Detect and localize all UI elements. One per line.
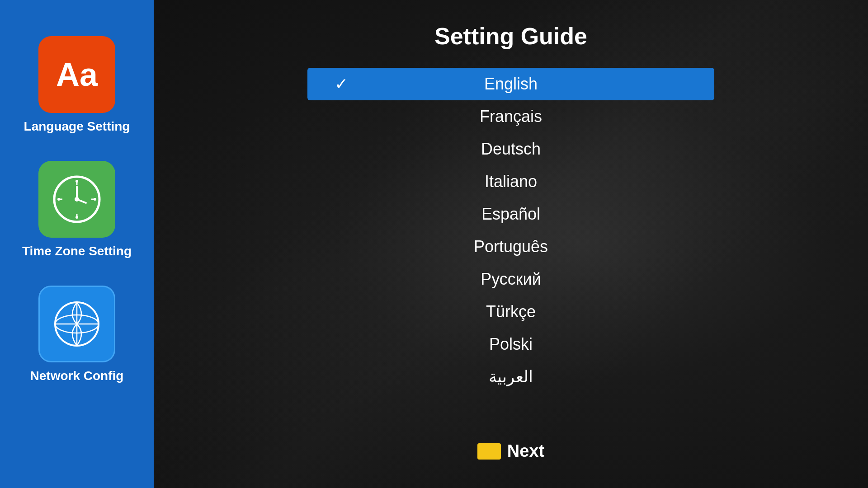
language-option-arabic[interactable]: العربية — [307, 361, 714, 393]
language-label-polish: Polski — [489, 335, 533, 354]
language-label-russian: Русский — [481, 270, 541, 289]
language-label-english: English — [484, 75, 538, 94]
language-label-espanol: Español — [481, 205, 540, 224]
language-aa-icon: Aa — [52, 54, 102, 95]
language-label-arabic: العربية — [489, 367, 533, 386]
language-label-francais: Français — [480, 107, 542, 126]
globe-icon — [50, 297, 104, 351]
sidebar-item-language[interactable]: Aa Language Setting — [24, 36, 130, 134]
svg-point-10 — [94, 198, 96, 201]
page-title: Setting Guide — [434, 23, 587, 50]
language-option-polish[interactable]: Polski — [307, 328, 714, 361]
language-option-english[interactable]: ✓ English — [307, 68, 714, 100]
svg-text:Aa: Aa — [56, 56, 98, 93]
language-list: ✓ English Français Deutsch Italiano Espa… — [307, 68, 714, 393]
next-label: Next — [507, 441, 544, 461]
svg-point-8 — [75, 197, 79, 202]
sidebar-item-timezone[interactable]: Time Zone Setting — [22, 161, 132, 258]
svg-point-12 — [57, 198, 60, 201]
language-option-russian[interactable]: Русский — [307, 263, 714, 296]
next-button[interactable]: Next — [477, 441, 544, 461]
yellow-button-icon — [477, 443, 501, 460]
language-option-turkish[interactable]: Türkçe — [307, 296, 714, 328]
language-setting-label: Language Setting — [24, 119, 130, 134]
language-label-turkish: Türkçe — [486, 302, 536, 321]
sidebar-item-network[interactable]: Network Config — [30, 286, 124, 383]
language-label-deutsch: Deutsch — [481, 140, 541, 159]
language-icon-bg: Aa — [38, 36, 115, 113]
timezone-icon-bg — [38, 161, 115, 238]
timezone-setting-label: Time Zone Setting — [22, 244, 132, 258]
language-option-francais[interactable]: Français — [307, 100, 714, 133]
check-icon: ✓ — [335, 75, 348, 94]
sidebar: Aa Language Setting — [0, 0, 154, 488]
svg-point-9 — [75, 180, 78, 183]
language-option-italiano[interactable]: Italiano — [307, 165, 714, 198]
network-icon-bg — [38, 286, 115, 362]
language-option-portugues[interactable]: Português — [307, 230, 714, 263]
language-label-portugues: Português — [474, 237, 548, 256]
language-option-espanol[interactable]: Español — [307, 198, 714, 230]
main-content: Setting Guide ✓ English Français Deutsch… — [154, 0, 868, 488]
language-label-italiano: Italiano — [485, 172, 537, 191]
clock-icon — [50, 172, 104, 226]
svg-point-11 — [75, 216, 78, 219]
language-option-deutsch[interactable]: Deutsch — [307, 133, 714, 165]
network-config-label: Network Config — [30, 369, 124, 383]
